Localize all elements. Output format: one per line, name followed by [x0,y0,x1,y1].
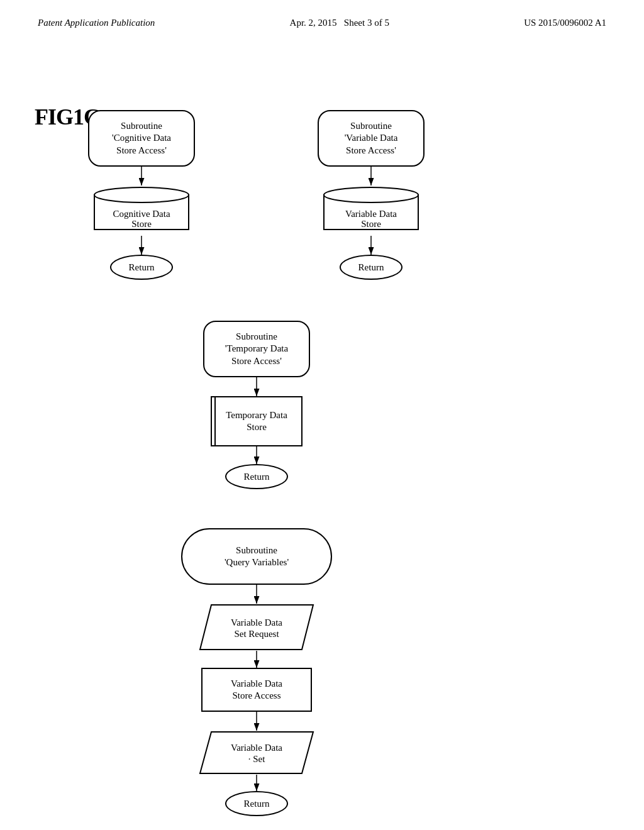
subroutine-temporary-label: Subroutine'Temporary DataStore Access' [225,331,288,368]
diagram-container: FIG1C Subroutine'Cognitive DataStore Ac [0,75,644,830]
return-query-label: Return [244,799,270,809]
header-date-sheet: Apr. 2, 2015 Sheet 3 of 5 [290,18,389,28]
var-set-request-svg: Variable Data Set Request [199,604,314,651]
return-cognitive: Return [110,255,173,280]
svg-text:Variable Data: Variable Data [231,743,282,753]
variable-store-access-label: Variable DataStore Access [231,678,282,702]
variable-data-set: Variable Data · Set [199,731,314,775]
svg-marker-22 [200,732,313,773]
variable-data-store-access: Variable DataStore Access [201,668,312,712]
svg-text:· Set: · Set [248,754,266,764]
subroutine-temporary-box: Subroutine'Temporary DataStore Access' [203,321,310,377]
temporary-data-store-label: Temporary DataStore [226,409,287,434]
svg-text:Store: Store [361,219,381,229]
return-temporary: Return [225,464,288,489]
svg-point-16 [324,187,418,202]
return-query: Return [225,791,288,816]
subroutine-query-box: Subroutine'Query Variables' [181,528,332,585]
return-temporary-label: Return [244,472,270,482]
subroutine-variable-box: Subroutine'Variable DataStore Access' [318,110,425,167]
header-publication: Patent Application Publication [38,18,155,28]
temp-store-left-line [211,396,216,446]
variable-store-top-svg: Variable Data Store [323,185,419,236]
svg-text:Set Request: Set Request [234,629,279,639]
svg-text:Variable Data: Variable Data [231,617,282,628]
cognitive-store-svg: Cognitive Data Store [93,185,190,236]
page-header: Patent Application Publication Apr. 2, 2… [0,0,644,28]
return-variable-top-label: Return [358,262,384,273]
subroutine-cognitive-box: Subroutine'Cognitive DataStore Access' [88,110,195,167]
subroutine-cognitive-label: Subroutine'Cognitive DataStore Access' [112,120,171,157]
cognitive-data-store: Cognitive Data Store [93,185,190,236]
temporary-data-store: Temporary DataStore [211,396,303,446]
svg-text:Variable Data: Variable Data [345,209,397,219]
return-variable-top: Return [340,255,402,280]
svg-text:Cognitive Data: Cognitive Data [113,209,170,219]
svg-text:Store: Store [131,219,152,229]
svg-point-12 [94,187,189,202]
header-patent-number: US 2015/0096002 A1 [524,18,606,28]
subroutine-variable-label: Subroutine'Variable DataStore Access' [345,120,398,157]
variable-data-store-top: Variable Data Store [323,185,419,236]
return-cognitive-label: Return [129,262,155,273]
variable-data-set-request: Variable Data Set Request [199,604,314,651]
var-set-svg: Variable Data · Set [199,731,314,775]
subroutine-query-label: Subroutine'Query Variables' [225,545,289,569]
